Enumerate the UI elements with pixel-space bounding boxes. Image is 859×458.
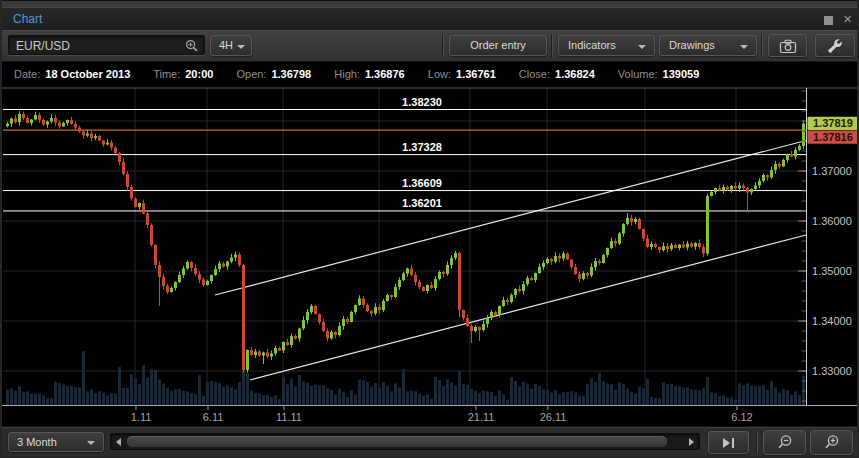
zoom-in-button[interactable] [810, 430, 853, 455]
high-value: 1.36876 [365, 68, 405, 80]
chevron-down-icon [87, 441, 95, 445]
order-entry-button[interactable]: Order entry [449, 35, 547, 56]
ask-price-badge: 1.37819 [813, 117, 853, 129]
maximize-icon[interactable] [824, 16, 833, 25]
range-label: 3 Month [17, 436, 57, 448]
scrollbar-thumb[interactable] [127, 436, 667, 447]
symbol-search-zoom-icon[interactable] [185, 39, 199, 53]
chevron-down-icon [237, 45, 245, 49]
svg-text:26.11: 26.11 [540, 411, 567, 423]
grid-layer [3, 88, 806, 405]
svg-text:1.36609: 1.36609 [402, 177, 442, 189]
time-value: 20:00 [185, 68, 213, 80]
snapshot-button[interactable] [768, 34, 807, 57]
zoom-out-icon [764, 431, 805, 454]
date-label: Date: [14, 68, 40, 80]
open-value: 1.36798 [271, 68, 311, 80]
toolbar-separator [442, 34, 444, 57]
plot-frame [0, 88, 859, 406]
indicators-dropdown[interactable]: Indicators [558, 35, 655, 56]
svg-text:6.12: 6.12 [731, 411, 752, 423]
svg-text:1.35000: 1.35000 [812, 265, 852, 277]
ohlc-info-bar: Date:18 October 2013 Time:20:00 Open:1.3… [0, 62, 859, 86]
chevron-down-icon [740, 45, 748, 49]
volume-value: 139059 [663, 68, 700, 80]
close-icon[interactable]: × [843, 10, 852, 27]
settings-button[interactable] [815, 34, 855, 57]
svg-text:1.33000: 1.33000 [812, 365, 852, 377]
window-titlebar[interactable]: Chart × [0, 7, 859, 30]
timeframe-dropdown[interactable]: 4H [210, 35, 252, 56]
zoom-in-icon [811, 431, 852, 454]
window-top-edge [0, 0, 859, 7]
window-title: Chart [13, 12, 42, 26]
trendline-layer[interactable] [215, 141, 806, 381]
symbol-search-input[interactable]: EUR/USD [8, 35, 205, 55]
chart-toolbar: EUR/USD 4H Order entry Indicators Drawin… [0, 30, 859, 62]
low-value: 1.36761 [456, 68, 496, 80]
time-label: Time: [153, 68, 180, 80]
bottom-bar: 3 Month [0, 426, 859, 458]
svg-text:11.11: 11.11 [276, 411, 302, 423]
drawings-label: Drawings [669, 39, 715, 51]
range-dropdown[interactable]: 3 Month [8, 432, 104, 452]
wrench-icon [816, 35, 854, 56]
svg-text:1.36000: 1.36000 [812, 215, 852, 227]
skip-to-end-icon [709, 432, 748, 453]
toolbar-separator [761, 34, 763, 57]
svg-text:1.11: 1.11 [131, 411, 152, 423]
symbol-value: EUR/USD [16, 39, 70, 53]
svg-text:1.37328: 1.37328 [402, 141, 442, 153]
svg-text:1.34000: 1.34000 [812, 315, 852, 327]
high-label: High: [334, 68, 360, 80]
bottom-separator [756, 431, 758, 454]
open-label: Open: [236, 68, 266, 80]
svg-text:21.11: 21.11 [468, 411, 495, 423]
low-label: Low: [428, 68, 451, 80]
indicators-label: Indicators [568, 39, 616, 51]
close-label: Close: [519, 68, 550, 80]
zoom-out-button[interactable] [763, 430, 806, 455]
svg-text:1.38230: 1.38230 [402, 96, 442, 108]
price-chart[interactable]: 1.382301.373281.366091.362011.370001.360… [0, 86, 859, 426]
volume-label: Volume: [618, 68, 658, 80]
last-price-badge: 1.37816 [813, 131, 853, 143]
svg-text:6.11: 6.11 [203, 411, 224, 423]
chevron-down-icon [638, 45, 646, 49]
timeframe-value: 4H [219, 39, 233, 51]
skip-to-end-button[interactable] [708, 431, 749, 454]
toolbar-separator [551, 34, 553, 57]
scroll-left-icon[interactable] [116, 438, 121, 446]
time-axis[interactable]: 1.116.1111.1121.1126.116.12 [131, 405, 753, 423]
date-value: 18 October 2013 [45, 68, 130, 80]
srlabel-layer: 1.382301.373281.366091.36201 [402, 96, 442, 209]
svg-text:1.37000: 1.37000 [812, 165, 852, 177]
svg-text:1.36201: 1.36201 [402, 197, 442, 209]
chart-scrollbar[interactable] [110, 433, 700, 450]
camera-icon [769, 35, 806, 56]
scroll-right-icon[interactable] [689, 438, 694, 446]
close-value: 1.36824 [555, 68, 595, 80]
volume-layer [6, 351, 805, 405]
price-badges: 1.378191.37816 [808, 117, 859, 144]
drawings-dropdown[interactable]: Drawings [659, 35, 757, 56]
